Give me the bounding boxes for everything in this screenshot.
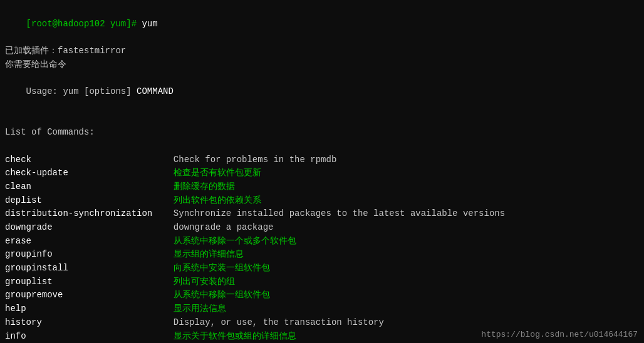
- command-name: distribution-synchronization: [5, 207, 174, 221]
- list-item: history Display, or use, the transaction…: [5, 316, 639, 330]
- footer-url: https://blog.csdn.net/u014644167: [481, 330, 638, 339]
- command-placeholder: COMMAND: [137, 86, 174, 96]
- list-item: clean 删除缓存的数据: [5, 180, 639, 194]
- command-description: 检查是否有软件包更新: [174, 166, 261, 180]
- command-description: 从系统中移除一个或多个软件包: [174, 235, 296, 248]
- list-item: groupremove 从系统中移除一组软件包: [5, 289, 639, 302]
- command-name: history: [5, 316, 174, 330]
- command-description: 显示用法信息: [174, 302, 226, 316]
- command-name: deplist: [5, 194, 174, 208]
- list-item: grouplist 列出可安装的组: [5, 275, 639, 289]
- command-description: Check for problems in the rpmdb: [174, 153, 336, 167]
- prompt-text: [root@hadoop102 yum]#: [26, 19, 142, 29]
- command-name: info: [5, 330, 174, 344]
- command-description: 删除缓存的数据: [174, 180, 235, 194]
- command-description: 显示组的详细信息: [174, 248, 244, 262]
- command-name: check: [5, 153, 174, 167]
- usage-text: Usage: yum [options]: [26, 86, 137, 96]
- command-description: downgrade a package: [174, 221, 274, 235]
- command-description: 显示关于软件包或组的详细信息: [174, 330, 296, 344]
- command-text: yum: [142, 19, 157, 29]
- list-item: deplist 列出软件包的依赖关系: [5, 194, 639, 208]
- command-name: downgrade: [5, 221, 174, 235]
- command-name: groupremove: [5, 289, 174, 302]
- line-blank2: [5, 140, 639, 153]
- line-blank1: [5, 113, 639, 126]
- command-name: groupinstall: [5, 262, 174, 275]
- list-item: distribution-synchronization Synchronize…: [5, 207, 639, 221]
- command-name: erase: [5, 235, 174, 248]
- commands-list: check Check for problems in the rpmdbche…: [5, 153, 639, 343]
- list-item: check-update 检查是否有软件包更新: [5, 166, 639, 180]
- command-name: clean: [5, 180, 174, 194]
- list-item: downgrade downgrade a package: [5, 221, 639, 235]
- line-need-cmd: 你需要给出命令: [5, 58, 639, 72]
- list-item: erase 从系统中移除一个或多个软件包: [5, 235, 639, 248]
- command-description: 列出软件包的依赖关系: [174, 194, 261, 208]
- list-of-commands-label: List of Commands:: [5, 126, 639, 140]
- command-name: help: [5, 302, 174, 316]
- command-description: 从系统中移除一组软件包: [174, 289, 270, 302]
- line-loaded-plugin: 已加载插件：fastestmirror: [5, 44, 639, 58]
- list-item: help 显示用法信息: [5, 302, 639, 316]
- command-name: groupinfo: [5, 248, 174, 262]
- command-description: 列出可安装的组: [174, 275, 235, 289]
- prompt-line: [root@hadoop102 yum]# yum: [5, 4, 639, 44]
- list-item: check Check for problems in the rpmdb: [5, 153, 639, 167]
- command-description: Display, or use, the transaction history: [174, 316, 384, 330]
- line-usage: Usage: yum [options] COMMAND: [5, 71, 639, 112]
- command-description: 向系统中安装一组软件包: [174, 262, 270, 275]
- command-name: check-update: [5, 166, 174, 180]
- command-description: Synchronize installed packages to the la…: [174, 207, 505, 221]
- list-item: groupinfo 显示组的详细信息: [5, 248, 639, 262]
- command-name: grouplist: [5, 275, 174, 289]
- terminal-window: [root@hadoop102 yum]# yum 已加载插件：fastestm…: [5, 4, 639, 343]
- list-item: groupinstall 向系统中安装一组软件包: [5, 262, 639, 275]
